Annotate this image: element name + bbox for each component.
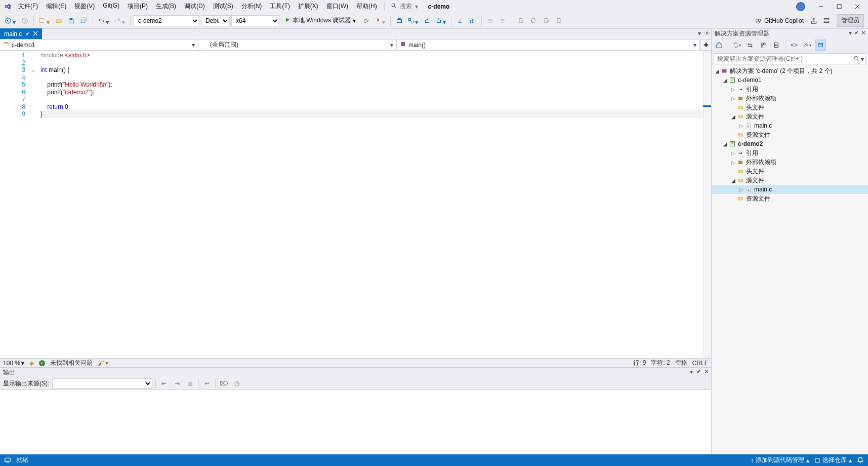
notifications-icon[interactable] (857, 457, 864, 464)
step-over-button[interactable]: ▾ (406, 15, 420, 27)
step-into-button[interactable] (422, 15, 433, 27)
indent-left-icon[interactable]: ⇤ (159, 378, 169, 389)
solution-explorer-title-bar[interactable]: 解决方案资源管理器 ▾ ✕ (712, 29, 868, 38)
github-copilot-button[interactable]: GitHub Copilot (752, 15, 807, 27)
menu-item[interactable]: 编辑(E) (42, 1, 70, 12)
eol-info[interactable]: CRLF (692, 360, 708, 367)
folder-source[interactable]: ◢源文件 (712, 112, 868, 121)
folder-resources[interactable]: ▸资源文件 (712, 130, 868, 139)
platform-combo[interactable]: x64 (231, 15, 279, 26)
bookmark-next-button[interactable] (541, 15, 552, 27)
external-deps-node[interactable]: ▷外部依赖项 (712, 94, 868, 103)
snippet-b-button[interactable] (467, 15, 478, 27)
split-editor-button[interactable]: ✚ (700, 40, 711, 50)
menu-item[interactable]: Git(G) (99, 1, 123, 12)
step-out-button[interactable]: ▾ (434, 15, 448, 27)
project-node[interactable]: ◢c-demo2 (712, 139, 868, 148)
indent-info[interactable]: 空格 (675, 359, 687, 367)
zoom-level[interactable]: 100 % ▾ (3, 360, 24, 367)
search-label[interactable]: 搜索 (400, 2, 412, 11)
add-to-source-control[interactable]: ↑ 添加到源代码管理 ▴ (751, 456, 809, 464)
folder-source[interactable]: ◢源文件 (712, 176, 868, 185)
code-view-icon[interactable]: <> (789, 40, 800, 51)
home-icon[interactable] (714, 40, 725, 51)
output-title-bar[interactable]: 输出 ▾ ✕ (0, 368, 711, 377)
menu-item[interactable]: 分析(N) (237, 1, 266, 12)
code-area[interactable]: #include <stdio.h> int main() { printf("… (37, 51, 711, 358)
menu-item[interactable]: 窗口(W) (322, 1, 352, 12)
timestamp-icon[interactable]: ◷ (232, 378, 242, 389)
comment-out-button[interactable] (485, 15, 496, 27)
snippet-a-button[interactable] (454, 15, 466, 27)
search-icon[interactable] (391, 3, 397, 10)
cleanup-brush-icon[interactable]: 🖌 ▾ (98, 360, 108, 367)
project-node[interactable]: ◢c-demo1 (712, 75, 868, 85)
indent-right-icon[interactable]: ⇥ (172, 378, 182, 389)
menu-item[interactable]: 文件(F) (14, 1, 42, 12)
collapse-all-icon[interactable] (771, 40, 782, 51)
undo-button[interactable]: ▾ (96, 15, 111, 27)
back-scope-icon[interactable]: ⇆ (745, 40, 756, 51)
bookmark-clear-button[interactable] (553, 15, 564, 27)
panel-menu-icon[interactable]: ▾ (690, 368, 693, 375)
menu-item[interactable]: 测试(S) (209, 1, 237, 12)
save-button[interactable] (66, 15, 77, 27)
issues-label[interactable]: 未找到相关问题 (50, 359, 93, 367)
references-node[interactable]: ▷▫▪引用 (712, 85, 868, 94)
start-without-debug-button[interactable] (361, 15, 372, 27)
start-debug-button[interactable]: 本地 Windows 调试器 ▾ (281, 15, 359, 26)
show-all-files-icon[interactable] (758, 40, 769, 51)
line-info[interactable]: 行: 9 (633, 359, 646, 367)
solution-node[interactable]: ◢解决方案 'c-demo' (2 个项目，共 2 个) (712, 66, 868, 75)
code-editor[interactable]: 123456789 ⌄ #include <stdio.h> int main(… (0, 51, 711, 358)
solution-tree[interactable]: ◢解决方案 'c-demo' (2 个项目，共 2 个)◢c-demo1▷▫▪引… (712, 65, 868, 454)
file-main-c[interactable]: ▷cmain.c (712, 185, 868, 194)
indent-group-icon[interactable]: ≣ (185, 378, 195, 389)
maximize-button[interactable] (831, 1, 848, 12)
build-vars-button[interactable] (394, 15, 405, 27)
references-node[interactable]: ▷▫▪引用 (712, 148, 868, 158)
pin-icon[interactable] (25, 30, 30, 37)
feedback-button[interactable] (821, 15, 832, 27)
member-combo[interactable]: main() ▾ (397, 40, 700, 50)
search-icon[interactable]: ▾ (853, 55, 864, 63)
folder-resources[interactable]: ▸资源文件 (712, 194, 868, 203)
menu-item[interactable]: 帮助(H) (352, 1, 381, 12)
tab-main-c[interactable]: main.c (0, 28, 42, 39)
panel-menu-icon[interactable]: ▾ (849, 29, 852, 36)
fold-column[interactable]: ⌄ (29, 51, 37, 358)
pin-icon[interactable] (854, 29, 859, 36)
close-icon[interactable] (33, 30, 38, 37)
tab-settings-icon[interactable] (704, 30, 710, 37)
redo-button[interactable]: ▾ (112, 15, 127, 27)
bookmark-button[interactable] (515, 15, 526, 27)
menu-item[interactable]: 视图(V) (70, 1, 99, 12)
editor-overview-ruler[interactable] (703, 51, 711, 358)
output-source-combo[interactable] (52, 378, 152, 389)
scope-combo[interactable]: c-demo1 ▾ (0, 40, 198, 50)
new-project-button[interactable]: ▾ (37, 15, 52, 27)
save-all-button[interactable] (78, 15, 90, 27)
preview-toggle-icon[interactable] (815, 40, 826, 51)
file-main-c[interactable]: ▷cmain.c (712, 121, 868, 130)
menu-item[interactable]: 项目(P) (123, 1, 152, 12)
properties-icon[interactable]: ▾ (802, 40, 813, 51)
menu-item[interactable]: 调试(D) (180, 1, 209, 12)
uncomment-button[interactable] (498, 15, 509, 27)
folder-headers[interactable]: ▸头文件 (712, 167, 868, 176)
solution-search-input[interactable] (714, 53, 866, 64)
region-combo[interactable]: (全局范围) ▾ (198, 40, 397, 50)
search-dropdown-icon[interactable]: ▾ (415, 3, 418, 10)
output-body[interactable] (0, 390, 711, 454)
lightbulb-icon[interactable]: ◈ (29, 360, 34, 367)
share-button[interactable] (808, 15, 819, 27)
folder-headers[interactable]: ▸头文件 (712, 103, 868, 112)
tab-overflow-icon[interactable]: ▾ (698, 30, 701, 37)
solution-config-combo[interactable]: c-demo2 (134, 15, 199, 26)
select-repo[interactable]: 选择仓库 ▴ (814, 456, 852, 464)
hot-reload-button[interactable]: ▾ (374, 15, 387, 27)
open-file-button[interactable] (53, 15, 64, 27)
menu-item[interactable]: 生成(B) (152, 1, 180, 12)
menu-item[interactable]: 工具(T) (266, 1, 294, 12)
minimize-button[interactable] (812, 1, 830, 12)
